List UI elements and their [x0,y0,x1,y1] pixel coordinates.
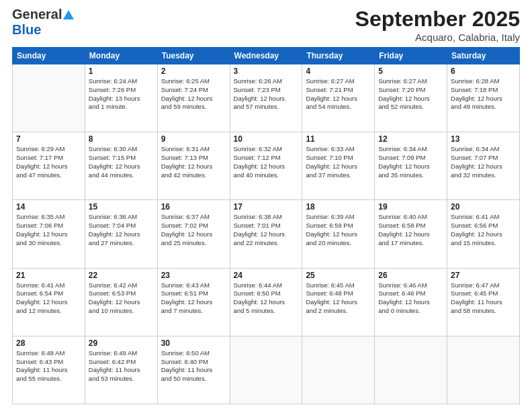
calendar-table: Sunday Monday Tuesday Wednesday Thursday… [12,47,520,404]
day-number: 4 [306,66,371,76]
calendar-week-row: 7Sunrise: 6:29 AMSunset: 7:17 PMDaylight… [13,132,520,200]
table-row: 25Sunrise: 6:45 AMSunset: 6:48 PMDayligh… [302,268,375,336]
table-row: 9Sunrise: 6:31 AMSunset: 7:13 PMDaylight… [157,132,230,200]
calendar-week-row: 21Sunrise: 6:41 AMSunset: 6:54 PMDayligh… [13,268,520,336]
table-row: 12Sunrise: 6:34 AMSunset: 7:09 PMDayligh… [375,132,447,200]
day-info: Sunrise: 6:27 AMSunset: 7:21 PMDaylight:… [306,77,371,111]
day-number: 1 [89,66,154,76]
logo: General Blue [12,7,75,38]
day-info: Sunrise: 6:33 AMSunset: 7:10 PMDaylight:… [306,145,371,179]
day-info: Sunrise: 6:42 AMSunset: 6:53 PMDaylight:… [89,281,154,316]
day-number: 23 [161,271,226,280]
table-row: 23Sunrise: 6:43 AMSunset: 6:51 PMDayligh… [157,268,230,336]
table-row: 2Sunrise: 6:25 AMSunset: 7:24 PMDaylight… [157,64,230,132]
day-number: 24 [234,271,299,280]
day-number: 21 [16,271,81,280]
day-info: Sunrise: 6:39 AMSunset: 6:59 PMDaylight:… [306,213,371,247]
day-info: Sunrise: 6:48 AMSunset: 6:43 PMDaylight:… [16,349,81,383]
table-row: 15Sunrise: 6:36 AMSunset: 7:04 PMDayligh… [85,200,157,268]
header-thursday: Thursday [302,48,375,64]
header-saturday: Saturday [447,48,520,64]
calendar-location: Acquaro, Calabria, Italy [355,32,520,43]
header-sunday: Sunday [13,48,85,64]
svg-marker-0 [63,10,74,19]
day-info: Sunrise: 6:49 AMSunset: 6:42 PMDaylight:… [89,349,154,383]
day-number: 27 [451,271,516,280]
header: General Blue September 2025 Acquaro, Cal… [12,7,520,43]
calendar-header-row: Sunday Monday Tuesday Wednesday Thursday… [13,48,520,64]
day-number: 10 [234,134,299,144]
day-info: Sunrise: 6:40 AMSunset: 6:58 PMDaylight:… [378,213,443,247]
day-number: 9 [161,134,226,144]
day-number: 20 [451,202,516,212]
table-row: 28Sunrise: 6:48 AMSunset: 6:43 PMDayligh… [13,336,85,404]
logo-general-text: General [12,7,62,22]
day-info: Sunrise: 6:47 AMSunset: 6:45 PMDaylight:… [451,281,516,316]
day-number: 5 [378,66,443,76]
day-number: 25 [306,271,371,280]
day-info: Sunrise: 6:46 AMSunset: 6:46 PMDaylight:… [378,281,443,316]
day-info: Sunrise: 6:24 AMSunset: 7:26 PMDaylight:… [89,77,154,111]
day-number: 18 [306,202,371,212]
day-info: Sunrise: 6:50 AMSunset: 6:40 PMDaylight:… [161,349,226,383]
day-info: Sunrise: 6:35 AMSunset: 7:06 PMDaylight:… [16,213,81,247]
table-row: 6Sunrise: 6:28 AMSunset: 7:18 PMDaylight… [447,64,520,132]
page: General Blue September 2025 Acquaro, Cal… [0,0,532,411]
day-info: Sunrise: 6:36 AMSunset: 7:04 PMDaylight:… [89,213,154,247]
header-monday: Monday [85,48,157,64]
table-row [375,336,447,404]
day-number: 12 [378,134,443,144]
table-row: 1Sunrise: 6:24 AMSunset: 7:26 PMDaylight… [85,64,157,132]
table-row: 24Sunrise: 6:44 AMSunset: 6:50 PMDayligh… [230,268,302,336]
day-number: 2 [161,66,226,76]
day-info: Sunrise: 6:34 AMSunset: 7:09 PMDaylight:… [378,145,443,179]
day-number: 6 [451,66,516,76]
table-row [447,336,520,404]
day-info: Sunrise: 6:41 AMSunset: 6:54 PMDaylight:… [16,281,81,316]
table-row: 20Sunrise: 6:41 AMSunset: 6:56 PMDayligh… [447,200,520,268]
table-row: 16Sunrise: 6:37 AMSunset: 7:02 PMDayligh… [157,200,230,268]
day-number: 11 [306,134,371,144]
day-info: Sunrise: 6:32 AMSunset: 7:12 PMDaylight:… [234,145,299,179]
table-row: 13Sunrise: 6:34 AMSunset: 7:07 PMDayligh… [447,132,520,200]
day-number: 3 [234,66,299,76]
table-row: 5Sunrise: 6:27 AMSunset: 7:20 PMDaylight… [375,64,447,132]
day-info: Sunrise: 6:29 AMSunset: 7:17 PMDaylight:… [16,145,81,179]
day-number: 22 [89,271,154,280]
day-info: Sunrise: 6:44 AMSunset: 6:50 PMDaylight:… [234,281,299,316]
day-number: 14 [16,202,81,212]
day-number: 13 [451,134,516,144]
header-friday: Friday [375,48,447,64]
table-row: 21Sunrise: 6:41 AMSunset: 6:54 PMDayligh… [13,268,85,336]
day-info: Sunrise: 6:34 AMSunset: 7:07 PMDaylight:… [451,145,516,179]
table-row [13,64,85,132]
day-number: 26 [378,271,443,280]
day-number: 19 [378,202,443,212]
logo-blue-text: Blue [12,22,41,38]
day-info: Sunrise: 6:31 AMSunset: 7:13 PMDaylight:… [161,145,226,179]
day-info: Sunrise: 6:45 AMSunset: 6:48 PMDaylight:… [306,281,371,316]
day-number: 29 [89,338,154,348]
day-number: 7 [16,134,81,144]
table-row [302,336,375,404]
table-row: 4Sunrise: 6:27 AMSunset: 7:21 PMDaylight… [302,64,375,132]
table-row: 17Sunrise: 6:38 AMSunset: 7:01 PMDayligh… [230,200,302,268]
day-info: Sunrise: 6:26 AMSunset: 7:23 PMDaylight:… [234,77,299,111]
day-number: 30 [161,338,226,348]
day-info: Sunrise: 6:30 AMSunset: 7:15 PMDaylight:… [89,145,154,179]
day-info: Sunrise: 6:27 AMSunset: 7:20 PMDaylight:… [378,77,443,111]
day-info: Sunrise: 6:38 AMSunset: 7:01 PMDaylight:… [234,213,299,247]
calendar-week-row: 14Sunrise: 6:35 AMSunset: 7:06 PMDayligh… [13,200,520,268]
day-number: 17 [234,202,299,212]
day-info: Sunrise: 6:37 AMSunset: 7:02 PMDaylight:… [161,213,226,247]
table-row: 11Sunrise: 6:33 AMSunset: 7:10 PMDayligh… [302,132,375,200]
table-row: 10Sunrise: 6:32 AMSunset: 7:12 PMDayligh… [230,132,302,200]
day-info: Sunrise: 6:25 AMSunset: 7:24 PMDaylight:… [161,77,226,111]
table-row: 14Sunrise: 6:35 AMSunset: 7:06 PMDayligh… [13,200,85,268]
header-tuesday: Tuesday [157,48,230,64]
calendar-week-row: 1Sunrise: 6:24 AMSunset: 7:26 PMDaylight… [13,64,520,132]
day-info: Sunrise: 6:28 AMSunset: 7:18 PMDaylight:… [451,77,516,111]
table-row: 29Sunrise: 6:49 AMSunset: 6:42 PMDayligh… [85,336,157,404]
day-info: Sunrise: 6:41 AMSunset: 6:56 PMDaylight:… [451,213,516,247]
table-row: 26Sunrise: 6:46 AMSunset: 6:46 PMDayligh… [375,268,447,336]
